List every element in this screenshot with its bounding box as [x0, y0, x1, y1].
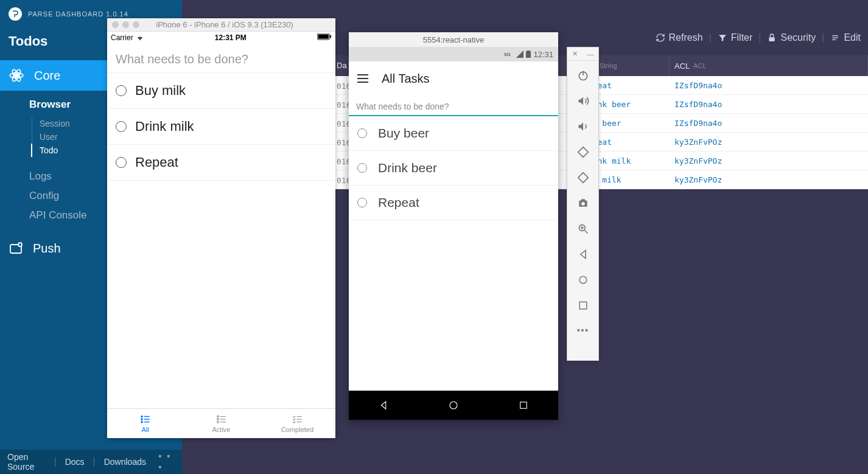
- network-3g-icon: 3G: [504, 51, 514, 58]
- rotate-right-icon[interactable]: [577, 172, 589, 184]
- checkbox-icon[interactable]: [357, 198, 367, 207]
- android-input[interactable]: What needs to be done?: [349, 96, 558, 116]
- nav-core-label: Core: [34, 69, 60, 83]
- wifi-icon: [136, 35, 144, 41]
- back-icon[interactable]: [378, 400, 389, 411]
- zoom-icon[interactable]: [577, 223, 589, 235]
- more-icon[interactable]: •••: [577, 325, 589, 337]
- carrier-label: Carrier: [111, 33, 133, 42]
- android-navbar: [349, 391, 558, 420]
- top-toolbar: Refresh | Filter | Security | Edit: [656, 32, 861, 43]
- home-button-icon[interactable]: [577, 274, 589, 286]
- svg-rect-12: [330, 35, 331, 38]
- svg-point-23: [217, 421, 219, 423]
- checkbox-icon[interactable]: [116, 85, 127, 96]
- footer-downloads[interactable]: Downloads: [104, 457, 146, 467]
- nav-push-label: Push: [33, 242, 61, 256]
- security-label: Security: [780, 32, 816, 43]
- volume-down-icon[interactable]: [577, 120, 589, 133]
- separator: |: [54, 456, 56, 467]
- footer-open-source[interactable]: Open Source: [7, 452, 45, 472]
- filter-icon: [718, 33, 727, 43]
- push-icon: [9, 241, 23, 256]
- completed-list-icon: [290, 414, 305, 425]
- ios-titlebar[interactable]: iPhone 6 - iPhone 6 / iOS 9.3 (13E230): [107, 18, 335, 32]
- android-emulator: 5554:react-native 3G 12:31 All Tasks Wha…: [349, 32, 558, 420]
- tab-completed[interactable]: Completed: [259, 409, 335, 438]
- list-icon: [138, 414, 153, 425]
- svg-point-15: [141, 419, 142, 420]
- lock-icon: [767, 33, 777, 43]
- th-acl[interactable]: ACL ACL: [670, 55, 868, 76]
- svg-point-13: [141, 416, 142, 417]
- svg-rect-43: [579, 302, 587, 309]
- volume-up-icon[interactable]: [577, 95, 589, 107]
- rotate-left-icon[interactable]: [577, 146, 589, 158]
- ios-list: Buy milk Drink milk Repeat: [107, 73, 335, 181]
- refresh-button[interactable]: Refresh: [656, 32, 703, 43]
- close-icon[interactable]: ✕: [572, 50, 578, 58]
- menu-icon[interactable]: [357, 74, 368, 83]
- ios-todo-item[interactable]: Drink milk: [107, 109, 335, 145]
- recents-icon[interactable]: [518, 400, 529, 411]
- refresh-label: Refresh: [669, 32, 703, 43]
- ios-todo-item[interactable]: Buy milk: [107, 73, 335, 109]
- close-dot-icon[interactable]: [112, 21, 119, 28]
- svg-point-19: [217, 416, 219, 417]
- svg-text:3G: 3G: [504, 52, 511, 57]
- filter-label: Filter: [731, 32, 753, 43]
- svg-point-37: [581, 202, 585, 206]
- emulator-toolbar-top: ✕ —: [567, 47, 598, 61]
- edit-button[interactable]: Edit: [830, 32, 861, 43]
- battery-icon: [317, 33, 332, 40]
- tab-all[interactable]: All: [107, 409, 183, 438]
- svg-point-21: [217, 419, 219, 420]
- svg-point-31: [450, 402, 457, 409]
- android-appbar: All Tasks: [349, 61, 558, 96]
- ios-tabbar: All Active Completed: [107, 408, 335, 438]
- svg-rect-30: [527, 51, 530, 51]
- android-todo-item[interactable]: Drink beer: [349, 151, 558, 186]
- svg-rect-35: [578, 147, 587, 157]
- security-button[interactable]: Security: [767, 32, 816, 43]
- checkbox-icon[interactable]: [116, 157, 127, 168]
- footer-docs[interactable]: Docs: [65, 457, 85, 467]
- svg-point-0: [15, 74, 18, 77]
- power-icon[interactable]: [577, 69, 589, 82]
- emulator-toolbar: ✕ — •••: [567, 47, 599, 361]
- ios-statusbar: Carrier 12:31 PM: [107, 32, 335, 44]
- ios-todo-item[interactable]: Repeat: [107, 145, 335, 181]
- battery-icon: [526, 51, 531, 58]
- camera-icon[interactable]: [577, 197, 589, 209]
- ios-input[interactable]: What needs to be done?: [107, 44, 335, 73]
- svg-rect-32: [520, 402, 527, 409]
- android-list: Buy beer Drink beer Repeat: [349, 116, 558, 220]
- product-title: PARSE DASHBOARD 1.0.14: [28, 10, 128, 18]
- footer-more-icon[interactable]: • • •: [158, 451, 175, 473]
- sidebar-footer: Open Source | Docs | Downloads • • •: [0, 450, 182, 474]
- svg-rect-29: [526, 51, 531, 58]
- svg-line-39: [584, 231, 587, 234]
- checkbox-icon[interactable]: [357, 128, 367, 138]
- active-list-icon: [214, 414, 229, 425]
- android-time: 12:31: [533, 50, 553, 59]
- appbar-title: All Tasks: [382, 72, 430, 86]
- svg-point-42: [579, 276, 587, 284]
- filter-button[interactable]: Filter: [718, 32, 753, 43]
- signal-icon: [516, 51, 523, 58]
- overview-button-icon[interactable]: [577, 299, 589, 312]
- android-todo-item[interactable]: Buy beer: [349, 116, 558, 151]
- svg-rect-6: [769, 37, 775, 41]
- minimize-icon[interactable]: —: [587, 51, 593, 58]
- checkbox-icon[interactable]: [357, 163, 367, 173]
- android-todo-item[interactable]: Repeat: [349, 186, 558, 220]
- svg-rect-11: [318, 34, 328, 38]
- ios-window-title: iPhone 6 - iPhone 6 / iOS 9.3 (13E230): [119, 20, 331, 29]
- checkbox-icon[interactable]: [116, 121, 127, 132]
- home-icon[interactable]: [448, 400, 459, 411]
- th-da-peek: Da: [337, 61, 347, 70]
- back-button-icon[interactable]: [577, 248, 589, 260]
- android-statusbar: 3G 12:31: [349, 47, 558, 61]
- tab-active[interactable]: Active: [183, 409, 259, 438]
- android-window-title[interactable]: 5554:react-native: [349, 32, 558, 47]
